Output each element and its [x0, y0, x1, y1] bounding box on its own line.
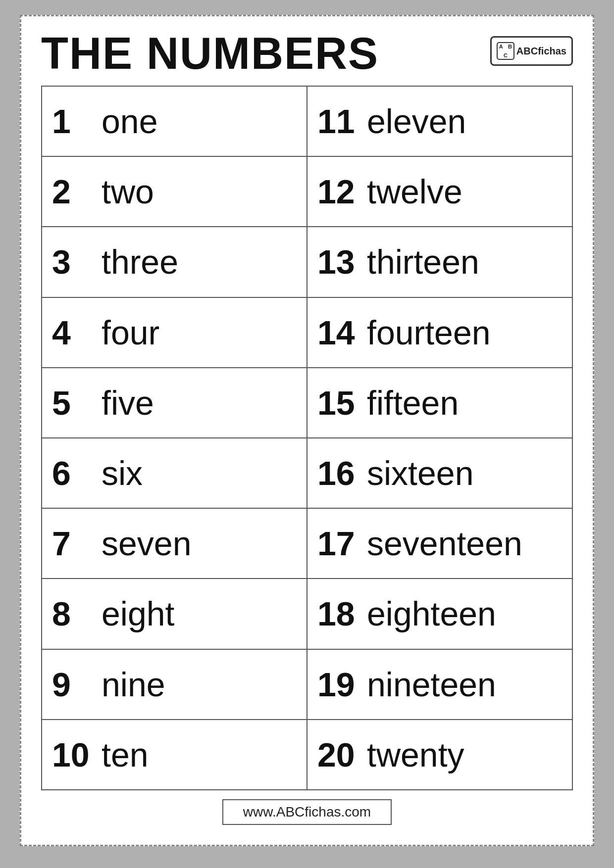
digit-8: 8: [52, 594, 92, 633]
table-row: 6 six 16 sixteen: [42, 438, 572, 508]
word-nine: nine: [102, 665, 165, 704]
cell-left-10: 10 ten: [42, 720, 307, 790]
numbers-table: 1 one 11 eleven 2 two 12 twel: [41, 86, 573, 790]
logo-cube: A B C: [497, 42, 514, 60]
table-row: 7 seven 17 seventeen: [42, 508, 572, 579]
cell-right-11: 11 eleven: [307, 86, 572, 156]
cell-right-19: 19 nineteen: [307, 649, 572, 720]
table-row: 4 four 14 fourteen: [42, 297, 572, 368]
digit-11: 11: [317, 102, 357, 141]
digit-1: 1: [52, 102, 92, 141]
table-row: 8 eight 18 eighteen: [42, 579, 572, 649]
table-row: 1 one 11 eleven: [42, 86, 572, 156]
word-two: two: [102, 172, 154, 211]
word-eighteen: eighteen: [367, 594, 496, 633]
cell-right-12: 12 twelve: [307, 156, 572, 227]
cell-left-2: 2 two: [42, 156, 307, 227]
word-seven: seven: [102, 524, 191, 563]
header-row: THE NUMBERS A B C ABCfichas: [41, 31, 573, 76]
logo-text: ABCfichas: [516, 46, 566, 57]
digit-6: 6: [52, 454, 92, 492]
digit-15: 15: [317, 384, 357, 422]
cell-left-6: 6 six: [42, 438, 307, 508]
digit-9: 9: [52, 665, 92, 704]
word-nineteen: nineteen: [367, 665, 496, 704]
cell-left-3: 3 three: [42, 227, 307, 297]
digit-13: 13: [317, 242, 357, 281]
cell-right-13: 13 thirteen: [307, 227, 572, 297]
footer-url: www.ABCfichas.com: [222, 799, 392, 825]
table-row: 9 nine 19 nineteen: [42, 649, 572, 720]
digit-18: 18: [317, 594, 357, 633]
word-seventeen: seventeen: [367, 524, 522, 563]
digit-14: 14: [317, 313, 357, 352]
table-row: 2 two 12 twelve: [42, 156, 572, 227]
table-row: 10 ten 20 twenty: [42, 720, 572, 790]
word-three: three: [102, 242, 178, 281]
word-six: six: [102, 454, 143, 492]
word-thirteen: thirteen: [367, 242, 479, 281]
digit-4: 4: [52, 313, 92, 352]
page-container: THE NUMBERS A B C ABCfichas 1 one 11 ele…: [20, 15, 594, 846]
table-row: 5 five 15 fifteen: [42, 368, 572, 438]
digit-10: 10: [52, 735, 92, 774]
page-title: THE NUMBERS: [41, 31, 379, 76]
table-row: 3 three 13 thirteen: [42, 227, 572, 297]
cell-left-8: 8 eight: [42, 579, 307, 649]
word-one: one: [102, 102, 157, 141]
cell-right-20: 20 twenty: [307, 720, 572, 790]
word-eleven: eleven: [367, 102, 466, 141]
cell-right-15: 15 fifteen: [307, 368, 572, 438]
digit-5: 5: [52, 384, 92, 422]
word-eight: eight: [102, 594, 174, 633]
cell-left-7: 7 seven: [42, 508, 307, 579]
cell-left-9: 9 nine: [42, 649, 307, 720]
cell-right-16: 16 sixteen: [307, 438, 572, 508]
digit-3: 3: [52, 242, 92, 281]
word-twelve: twelve: [367, 172, 462, 211]
cell-right-14: 14 fourteen: [307, 297, 572, 368]
word-fifteen: fifteen: [367, 384, 459, 422]
digit-19: 19: [317, 665, 357, 704]
word-fourteen: fourteen: [367, 313, 491, 352]
cell-left-5: 5 five: [42, 368, 307, 438]
word-four: four: [102, 313, 159, 352]
digit-17: 17: [317, 524, 357, 563]
cell-right-18: 18 eighteen: [307, 579, 572, 649]
digit-16: 16: [317, 454, 357, 492]
cell-right-17: 17 seventeen: [307, 508, 572, 579]
cell-left-1: 1 one: [42, 86, 307, 156]
word-twenty: twenty: [367, 735, 464, 774]
digit-20: 20: [317, 735, 357, 774]
cell-left-4: 4 four: [42, 297, 307, 368]
digit-12: 12: [317, 172, 357, 211]
word-five: five: [102, 384, 154, 422]
digit-2: 2: [52, 172, 92, 211]
logo-box: A B C ABCfichas: [490, 36, 573, 66]
word-ten: ten: [102, 735, 149, 774]
word-sixteen: sixteen: [367, 454, 473, 492]
digit-7: 7: [52, 524, 92, 563]
